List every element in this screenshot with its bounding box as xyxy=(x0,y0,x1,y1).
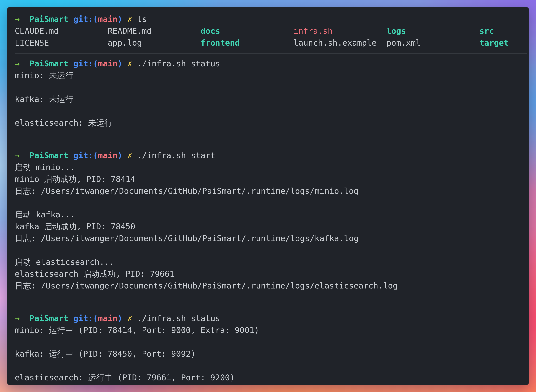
git-dirty-icon: ✗ xyxy=(127,59,132,68)
git-suffix: ) xyxy=(117,151,122,160)
prompt-directory: PaiSmart xyxy=(29,151,69,160)
output-line: kafka: 未运行 xyxy=(15,93,527,105)
git-prefix: git:( xyxy=(73,59,98,68)
output-line: elasticsearch: 未运行 xyxy=(15,117,527,129)
command-text: ./infra.sh start xyxy=(137,151,215,160)
file-entry: pom.xml xyxy=(386,37,479,49)
blank-line xyxy=(15,336,527,348)
space xyxy=(122,314,127,323)
space xyxy=(69,151,73,160)
space xyxy=(132,14,137,24)
git-prefix: git:( xyxy=(73,14,98,24)
space xyxy=(122,14,127,24)
prompt-directory: PaiSmart xyxy=(29,59,69,68)
file-list-row: LICENSEapp.logfrontendlaunch.sh.examplep… xyxy=(15,37,527,49)
git-branch: main xyxy=(98,14,117,24)
output-line: kafka: 运行中 (PID: 78450, Port: 9092) xyxy=(15,348,527,360)
prompt-line: → PaiSmart git:(main) ✗ ls xyxy=(15,13,527,25)
file-entry: docs xyxy=(201,25,294,37)
command-text: ./infra.sh status xyxy=(137,59,220,68)
space xyxy=(122,151,127,160)
file-entry: target xyxy=(479,37,509,49)
terminal-window[interactable]: → PaiSmart git:(main) ✗ lsCLAUDE.mdREADM… xyxy=(7,7,529,385)
space xyxy=(69,14,73,24)
command-text: ./infra.sh status xyxy=(137,314,220,323)
file-entry: launch.sh.example xyxy=(294,37,386,49)
file-entry: CLAUDE.md xyxy=(15,25,108,37)
git-suffix: ) xyxy=(117,14,122,24)
prompt-arrow-icon: → xyxy=(15,151,20,160)
space xyxy=(132,314,137,323)
space xyxy=(69,59,73,68)
command-text: ls xyxy=(137,14,147,24)
prompt-directory: PaiSmart xyxy=(29,14,69,24)
command-separator xyxy=(15,145,527,145)
output-line: 日志: /Users/itwanger/Documents/GitHub/Pai… xyxy=(15,185,527,197)
git-suffix: ) xyxy=(117,314,122,323)
blank-line xyxy=(15,81,527,93)
space xyxy=(20,151,29,160)
git-branch: main xyxy=(98,314,117,323)
git-prefix: git:( xyxy=(73,151,98,160)
blank-line xyxy=(15,129,527,141)
prompt-directory: PaiSmart xyxy=(29,314,69,323)
git-prefix: git:( xyxy=(73,314,98,323)
command-separator xyxy=(15,308,527,308)
space xyxy=(122,59,127,68)
file-entry: frontend xyxy=(201,37,294,49)
desktop-background: → PaiSmart git:(main) ✗ lsCLAUDE.mdREADM… xyxy=(0,0,536,392)
file-entry: app.log xyxy=(108,37,201,49)
file-entry: infra.sh xyxy=(294,25,386,37)
output-line: 启动 kafka... xyxy=(15,209,527,221)
output-line: minio: 运行中 (PID: 78414, Port: 9000, Extr… xyxy=(15,324,527,336)
command-separator xyxy=(15,9,527,9)
blank-line xyxy=(15,292,527,303)
prompt-arrow-icon: → xyxy=(15,59,20,68)
output-line: minio 启动成功, PID: 78414 xyxy=(15,173,527,185)
space xyxy=(132,151,137,160)
blank-line xyxy=(15,105,527,117)
space xyxy=(20,14,29,24)
file-entry: LICENSE xyxy=(15,37,108,49)
blank-line xyxy=(15,197,527,209)
command-separator xyxy=(15,53,527,54)
space xyxy=(20,314,29,323)
output-line: elasticsearch: 运行中 (PID: 79661, Port: 92… xyxy=(15,372,527,383)
page: { "terminal": { "colors": { "terminal_bg… xyxy=(0,0,536,392)
blank-line xyxy=(15,244,527,256)
prompt-arrow-icon: → xyxy=(15,14,20,24)
output-line: 启动 elasticsearch... xyxy=(15,256,527,268)
prompt-line: → PaiSmart git:(main) ✗ ./infra.sh statu… xyxy=(15,313,527,324)
terminal-output: → PaiSmart git:(main) ✗ lsCLAUDE.mdREADM… xyxy=(7,7,529,385)
output-line: 日志: /Users/itwanger/Documents/GitHub/Pai… xyxy=(15,280,527,292)
output-line: kafka 启动成功, PID: 78450 xyxy=(15,221,527,233)
output-line: 日志: /Users/itwanger/Documents/GitHub/Pai… xyxy=(15,233,527,244)
file-entry: src xyxy=(479,25,494,37)
git-branch: main xyxy=(98,59,117,68)
git-dirty-icon: ✗ xyxy=(127,151,132,160)
file-entry: logs xyxy=(386,25,479,37)
space xyxy=(20,59,29,68)
file-entry: README.md xyxy=(108,25,201,37)
git-dirty-icon: ✗ xyxy=(127,14,132,24)
output-line: elasticsearch 启动成功, PID: 79661 xyxy=(15,268,527,280)
output-line: 启动 minio... xyxy=(15,161,527,173)
blank-line xyxy=(15,360,527,372)
output-line: minio: 未运行 xyxy=(15,70,527,81)
space xyxy=(132,59,137,68)
prompt-line: → PaiSmart git:(main) ✗ ./infra.sh statu… xyxy=(15,58,527,70)
prompt-line: → PaiSmart git:(main) ✗ ./infra.sh start xyxy=(15,149,527,161)
git-branch: main xyxy=(98,151,117,160)
git-suffix: ) xyxy=(117,59,122,68)
git-dirty-icon: ✗ xyxy=(127,314,132,323)
prompt-arrow-icon: → xyxy=(15,314,20,323)
file-list-row: CLAUDE.mdREADME.mddocsinfra.shlogssrc xyxy=(15,25,527,37)
space xyxy=(69,314,73,323)
